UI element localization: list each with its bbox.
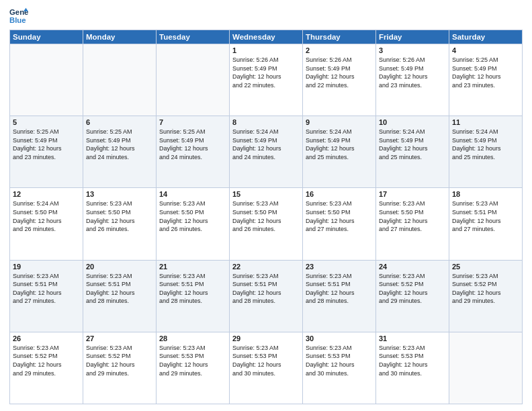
day-number: 13 xyxy=(86,190,153,198)
calendar-day-28: 28Sunrise: 5:23 AM Sunset: 5:53 PM Dayli… xyxy=(157,332,230,404)
calendar-day-31: 31Sunrise: 5:23 AM Sunset: 5:53 PM Dayli… xyxy=(376,332,449,404)
day-info: Sunrise: 5:23 AM Sunset: 5:50 PM Dayligh… xyxy=(306,199,373,233)
day-info: Sunrise: 5:23 AM Sunset: 5:52 PM Dayligh… xyxy=(86,344,153,377)
day-info: Sunrise: 5:25 AM Sunset: 5:49 PM Dayligh… xyxy=(452,56,519,89)
day-info: Sunrise: 5:24 AM Sunset: 5:50 PM Dayligh… xyxy=(13,199,80,233)
day-number: 6 xyxy=(86,118,153,126)
calendar-day-18: 18Sunrise: 5:23 AM Sunset: 5:51 PM Dayli… xyxy=(449,188,523,260)
calendar-week-row: 26Sunrise: 5:23 AM Sunset: 5:52 PM Dayli… xyxy=(10,332,523,404)
day-info: Sunrise: 5:23 AM Sunset: 5:50 PM Dayligh… xyxy=(159,199,226,233)
weekday-header-tuesday: Tuesday xyxy=(157,30,230,44)
day-number: 27 xyxy=(86,334,153,342)
weekday-header-monday: Monday xyxy=(83,30,157,44)
day-number: 10 xyxy=(379,118,446,126)
calendar-empty-cell xyxy=(157,44,230,116)
day-number: 25 xyxy=(452,263,519,271)
day-info: Sunrise: 5:23 AM Sunset: 5:52 PM Dayligh… xyxy=(13,344,80,377)
day-info: Sunrise: 5:23 AM Sunset: 5:51 PM Dayligh… xyxy=(86,272,153,306)
day-number: 23 xyxy=(306,263,373,271)
day-info: Sunrise: 5:25 AM Sunset: 5:49 PM Dayligh… xyxy=(159,128,226,161)
day-info: Sunrise: 5:23 AM Sunset: 5:51 PM Dayligh… xyxy=(159,272,226,306)
day-info: Sunrise: 5:23 AM Sunset: 5:50 PM Dayligh… xyxy=(379,199,446,233)
day-number: 12 xyxy=(13,190,80,198)
day-number: 28 xyxy=(159,334,226,342)
day-number: 16 xyxy=(306,190,373,198)
day-number: 26 xyxy=(13,334,80,342)
calendar-empty-cell xyxy=(83,44,157,116)
day-number: 19 xyxy=(13,263,80,271)
day-info: Sunrise: 5:24 AM Sunset: 5:49 PM Dayligh… xyxy=(452,128,519,161)
weekday-header-friday: Friday xyxy=(376,30,449,44)
calendar-day-22: 22Sunrise: 5:23 AM Sunset: 5:51 PM Dayli… xyxy=(230,260,303,332)
day-info: Sunrise: 5:24 AM Sunset: 5:49 PM Dayligh… xyxy=(379,128,446,161)
day-info: Sunrise: 5:23 AM Sunset: 5:53 PM Dayligh… xyxy=(232,344,300,377)
calendar-day-29: 29Sunrise: 5:23 AM Sunset: 5:53 PM Dayli… xyxy=(230,332,303,404)
day-number: 8 xyxy=(232,118,300,126)
day-number: 30 xyxy=(306,334,373,342)
day-info: Sunrise: 5:23 AM Sunset: 5:52 PM Dayligh… xyxy=(452,272,519,306)
calendar-day-9: 9Sunrise: 5:24 AM Sunset: 5:49 PM Daylig… xyxy=(303,116,376,188)
day-number: 7 xyxy=(159,118,226,126)
calendar-day-4: 4Sunrise: 5:25 AM Sunset: 5:49 PM Daylig… xyxy=(449,44,523,116)
day-number: 24 xyxy=(379,263,446,271)
weekday-header-saturday: Saturday xyxy=(449,30,523,44)
calendar-day-17: 17Sunrise: 5:23 AM Sunset: 5:50 PM Dayli… xyxy=(376,188,449,260)
calendar-week-row: 12Sunrise: 5:24 AM Sunset: 5:50 PM Dayli… xyxy=(10,188,523,260)
day-number: 22 xyxy=(232,263,300,271)
day-number: 29 xyxy=(232,334,300,342)
calendar-day-26: 26Sunrise: 5:23 AM Sunset: 5:52 PM Dayli… xyxy=(10,332,83,404)
day-info: Sunrise: 5:23 AM Sunset: 5:52 PM Dayligh… xyxy=(379,272,446,306)
svg-text:Blue: Blue xyxy=(9,16,26,24)
day-info: Sunrise: 5:23 AM Sunset: 5:51 PM Dayligh… xyxy=(306,272,373,306)
day-number: 20 xyxy=(86,263,153,271)
calendar-day-25: 25Sunrise: 5:23 AM Sunset: 5:52 PM Dayli… xyxy=(449,260,523,332)
calendar-day-3: 3Sunrise: 5:26 AM Sunset: 5:49 PM Daylig… xyxy=(376,44,449,116)
calendar-day-7: 7Sunrise: 5:25 AM Sunset: 5:49 PM Daylig… xyxy=(157,116,230,188)
logo: General Blue xyxy=(9,7,31,26)
calendar-day-15: 15Sunrise: 5:23 AM Sunset: 5:50 PM Dayli… xyxy=(230,188,303,260)
day-info: Sunrise: 5:25 AM Sunset: 5:49 PM Dayligh… xyxy=(86,128,153,161)
weekday-header-thursday: Thursday xyxy=(303,30,376,44)
day-number: 9 xyxy=(306,118,373,126)
day-info: Sunrise: 5:23 AM Sunset: 5:53 PM Dayligh… xyxy=(306,344,373,377)
day-number: 11 xyxy=(452,118,519,126)
day-info: Sunrise: 5:23 AM Sunset: 5:51 PM Dayligh… xyxy=(452,199,519,233)
day-number: 15 xyxy=(232,190,300,198)
day-info: Sunrise: 5:23 AM Sunset: 5:51 PM Dayligh… xyxy=(232,272,300,306)
weekday-header-sunday: Sunday xyxy=(10,30,83,44)
day-number: 18 xyxy=(452,190,519,198)
calendar-day-27: 27Sunrise: 5:23 AM Sunset: 5:52 PM Dayli… xyxy=(83,332,157,404)
day-number: 1 xyxy=(232,46,300,54)
day-info: Sunrise: 5:25 AM Sunset: 5:49 PM Dayligh… xyxy=(13,128,80,161)
logo-icon: General Blue xyxy=(9,7,28,26)
day-info: Sunrise: 5:23 AM Sunset: 5:53 PM Dayligh… xyxy=(379,344,446,377)
calendar-empty-cell xyxy=(10,44,83,116)
day-number: 5 xyxy=(13,118,80,126)
calendar-week-row: 19Sunrise: 5:23 AM Sunset: 5:51 PM Dayli… xyxy=(10,260,523,332)
day-number: 2 xyxy=(306,46,373,54)
day-info: Sunrise: 5:26 AM Sunset: 5:49 PM Dayligh… xyxy=(379,56,446,89)
calendar-day-8: 8Sunrise: 5:24 AM Sunset: 5:49 PM Daylig… xyxy=(230,116,303,188)
day-number: 4 xyxy=(452,46,519,54)
page: General Blue SundayMondayTuesdayWednesda… xyxy=(0,0,532,411)
day-info: Sunrise: 5:23 AM Sunset: 5:51 PM Dayligh… xyxy=(13,272,80,306)
header: General Blue xyxy=(9,7,523,26)
day-number: 14 xyxy=(159,190,226,198)
calendar-day-21: 21Sunrise: 5:23 AM Sunset: 5:51 PM Dayli… xyxy=(157,260,230,332)
calendar-day-16: 16Sunrise: 5:23 AM Sunset: 5:50 PM Dayli… xyxy=(303,188,376,260)
calendar-day-14: 14Sunrise: 5:23 AM Sunset: 5:50 PM Dayli… xyxy=(157,188,230,260)
calendar-table: SundayMondayTuesdayWednesdayThursdayFrid… xyxy=(9,30,523,404)
calendar-header-row: SundayMondayTuesdayWednesdayThursdayFrid… xyxy=(10,30,523,44)
calendar-day-23: 23Sunrise: 5:23 AM Sunset: 5:51 PM Dayli… xyxy=(303,260,376,332)
day-info: Sunrise: 5:23 AM Sunset: 5:53 PM Dayligh… xyxy=(159,344,226,377)
weekday-header-wednesday: Wednesday xyxy=(230,30,303,44)
calendar-week-row: 1Sunrise: 5:26 AM Sunset: 5:49 PM Daylig… xyxy=(10,44,523,116)
calendar-day-20: 20Sunrise: 5:23 AM Sunset: 5:51 PM Dayli… xyxy=(83,260,157,332)
day-number: 17 xyxy=(379,190,446,198)
calendar-week-row: 5Sunrise: 5:25 AM Sunset: 5:49 PM Daylig… xyxy=(10,116,523,188)
day-info: Sunrise: 5:23 AM Sunset: 5:50 PM Dayligh… xyxy=(86,199,153,233)
calendar-day-11: 11Sunrise: 5:24 AM Sunset: 5:49 PM Dayli… xyxy=(449,116,523,188)
calendar-day-24: 24Sunrise: 5:23 AM Sunset: 5:52 PM Dayli… xyxy=(376,260,449,332)
calendar-day-12: 12Sunrise: 5:24 AM Sunset: 5:50 PM Dayli… xyxy=(10,188,83,260)
day-info: Sunrise: 5:23 AM Sunset: 5:50 PM Dayligh… xyxy=(232,199,300,233)
